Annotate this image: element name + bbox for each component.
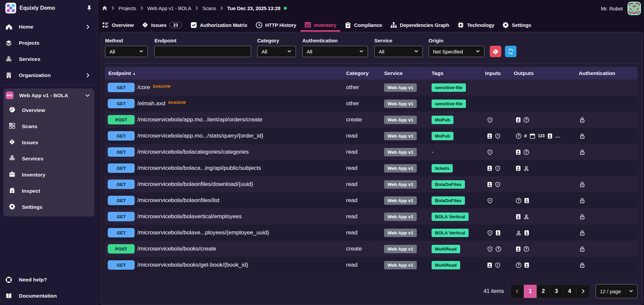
svg-text:?: ? <box>517 199 519 202</box>
svg-text:?: ? <box>525 247 527 251</box>
svg-text:?: ? <box>497 247 499 251</box>
svg-text:?: ? <box>525 150 527 154</box>
svg-text:?: ? <box>517 134 519 138</box>
svg-text:?: ? <box>525 118 527 122</box>
svg-text:?: ? <box>517 263 519 267</box>
